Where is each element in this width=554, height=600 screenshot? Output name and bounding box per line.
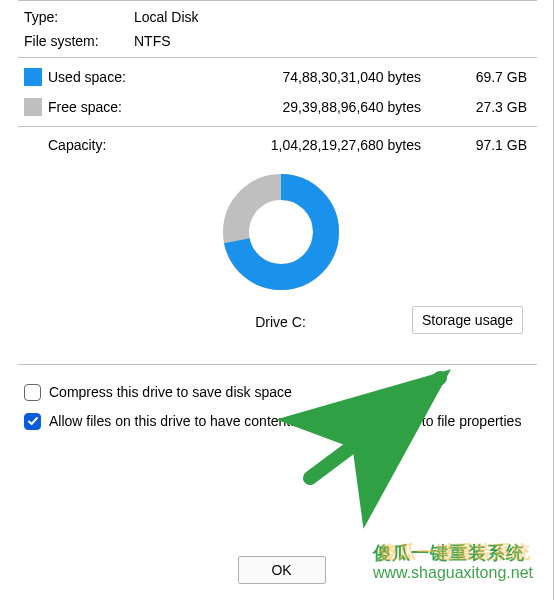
- type-value: Local Disk: [134, 9, 537, 25]
- capacity-gb: 97.1 GB: [449, 137, 537, 153]
- filesystem-label: File system:: [24, 33, 134, 49]
- disk-usage-donut-chart: [216, 167, 346, 297]
- compress-drive-checkbox[interactable]: [24, 384, 41, 401]
- capacity-bytes: 1,04,28,19,27,680 bytes: [194, 137, 449, 153]
- drive-label: Drive C:: [255, 314, 306, 330]
- index-contents-label: Allow files on this drive to have conten…: [49, 412, 535, 431]
- free-space-bytes: 29,39,88,96,640 bytes: [218, 99, 449, 115]
- used-space-gb: 69.7 GB: [449, 69, 537, 85]
- used-space-label: Used space:: [48, 69, 218, 85]
- free-space-swatch-icon: [24, 98, 42, 116]
- type-label: Type:: [24, 9, 134, 25]
- free-space-label: Free space:: [48, 99, 218, 115]
- filesystem-value: NTFS: [134, 33, 537, 49]
- used-space-bytes: 74,88,30,31,040 bytes: [218, 69, 449, 85]
- dialog-button-bar: OK: [10, 546, 553, 600]
- compress-drive-label: Compress this drive to save disk space: [49, 383, 535, 402]
- index-contents-checkbox[interactable]: [24, 413, 41, 430]
- free-space-gb: 27.3 GB: [449, 99, 537, 115]
- check-icon: [27, 415, 39, 427]
- used-space-swatch-icon: [24, 68, 42, 86]
- ok-button[interactable]: OK: [238, 556, 326, 584]
- storage-usage-button[interactable]: Storage usage: [412, 306, 523, 334]
- capacity-label: Capacity:: [48, 137, 194, 153]
